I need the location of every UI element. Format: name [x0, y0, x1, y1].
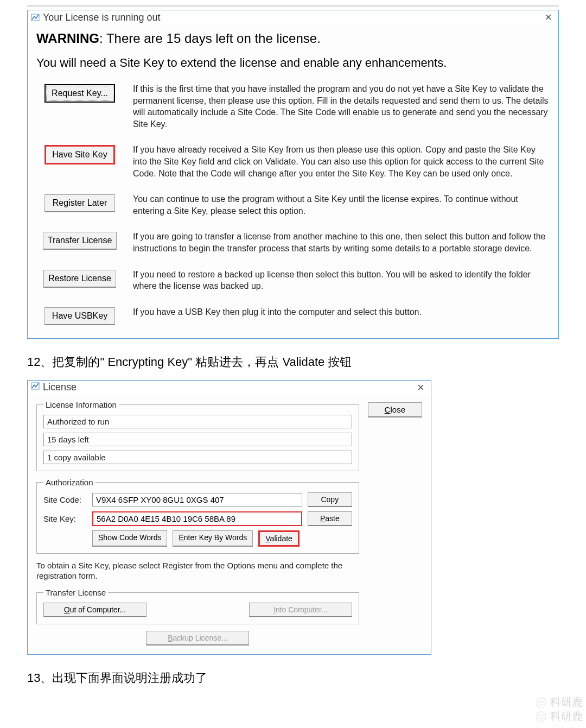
option-row: Restore License If you need to restore a…: [36, 269, 550, 292]
transfer-legend: Transfer License: [43, 588, 108, 597]
option-row: Register Later You can continue to use t…: [36, 193, 550, 217]
show-code-words-button[interactable]: Show Code Words: [92, 530, 167, 547]
transfer-license-group: Transfer License Out of Computer... Into…: [36, 588, 359, 624]
app-icon: [31, 382, 40, 393]
warning-heading: WARNING: There are 15 days left on the l…: [36, 31, 550, 46]
dialog2-titlebar: License ×: [28, 381, 431, 395]
step-12-text: 12、把复制的" Encrypting Key" 粘贴进去，再点 Validat…: [27, 354, 559, 370]
out-of-computer-button[interactable]: Out of Computer...: [43, 603, 146, 617]
site-key-label: Site Key:: [43, 514, 87, 523]
license-info-group: License Information Authorized to run 15…: [36, 400, 359, 471]
warning-subhead: You will need a Site Key to extend the l…: [36, 56, 550, 70]
transfer-license-button[interactable]: Transfer License: [43, 232, 117, 250]
register-later-desc: You can continue to use the program with…: [133, 193, 550, 217]
dialog1-title: Your License is running out: [43, 12, 160, 23]
dialog2-title: License: [43, 382, 77, 393]
restore-license-desc: If you need to restore a backed up licen…: [133, 269, 550, 292]
authorized-field: Authorized to run: [43, 415, 352, 428]
have-usbkey-desc: If you have a USB Key then plug it into …: [133, 306, 550, 318]
license-info-legend: License Information: [43, 400, 119, 409]
have-site-key-button[interactable]: Have Site Key: [44, 145, 115, 164]
copy-button[interactable]: Copy: [308, 492, 352, 507]
days-left-field: 15 days left: [43, 433, 352, 446]
restore-license-button[interactable]: Restore License: [43, 270, 116, 288]
have-usbkey-button[interactable]: Have USBKey: [44, 307, 115, 325]
copies-field: 1 copy available: [43, 451, 352, 464]
request-key-button[interactable]: Request Key...: [44, 84, 115, 103]
authorization-group: Authorization Site Code: V9X4 6SFP XY00 …: [36, 478, 359, 554]
option-row: Have Site Key If you have already receiv…: [36, 144, 550, 179]
authorization-legend: Authorization: [43, 478, 95, 487]
site-key-input[interactable]: 56A2 D0A0 4E15 4B10 19C6 58BA 89: [92, 511, 302, 526]
close-icon[interactable]: ×: [543, 11, 554, 23]
backup-license-button[interactable]: Backup License...: [146, 631, 249, 645]
transfer-license-desc: If you are going to transfer a license f…: [133, 231, 550, 254]
app-icon: [31, 13, 40, 22]
option-row: Transfer License If you are going to tra…: [36, 231, 550, 254]
close-button[interactable]: Close: [368, 402, 422, 417]
close-icon[interactable]: ×: [415, 382, 426, 394]
option-row: Have USBKey If you have a USB Key then p…: [36, 306, 550, 325]
request-key-desc: If this is the first time that you have …: [133, 83, 550, 130]
into-computer-button[interactable]: Into Computer...: [249, 603, 352, 617]
site-code-input[interactable]: V9X4 6SFP XY00 8GU1 0XGS 407: [92, 493, 302, 507]
paste-button[interactable]: Paste: [308, 511, 352, 526]
register-later-button[interactable]: Register Later: [44, 194, 115, 212]
license-warning-dialog: Your License is running out × WARNING: T…: [27, 10, 559, 339]
step-13-text: 13、出现下面界面说明注册成功了: [27, 670, 559, 686]
site-code-label: Site Code:: [43, 495, 87, 504]
license-dialog: License × License Information Authorized…: [27, 380, 431, 655]
validate-button[interactable]: Validate: [258, 530, 300, 547]
have-site-key-desc: If you have already received a Site Key …: [133, 144, 550, 179]
dialog1-titlebar: Your License is running out ×: [28, 10, 558, 24]
info-text: To obtain a Site Key, please select Regi…: [36, 560, 359, 581]
enter-key-by-words-button[interactable]: Enter Key By Words: [173, 530, 253, 547]
option-row: Request Key... If this is the first time…: [36, 83, 550, 130]
